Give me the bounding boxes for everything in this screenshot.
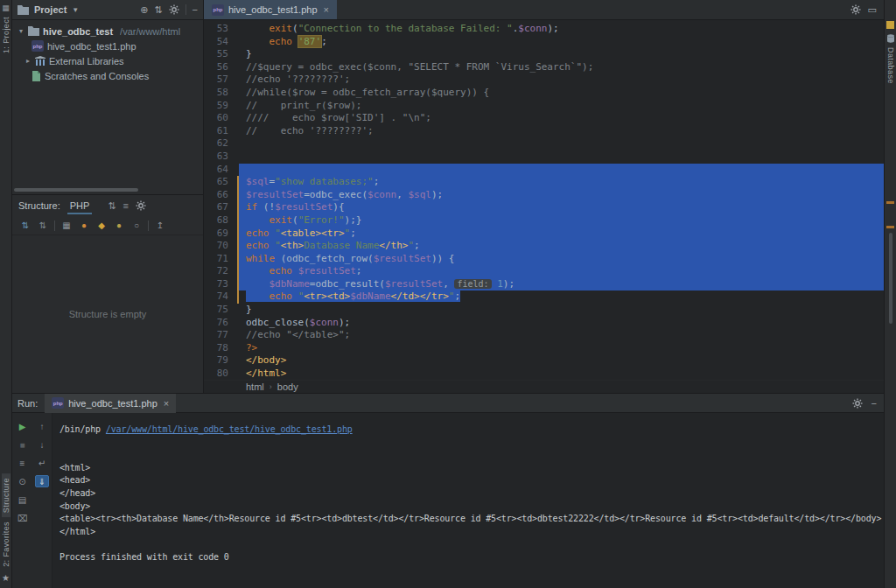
line-number: 56 (204, 61, 239, 74)
chevron-down-icon[interactable]: ▼ (72, 6, 79, 14)
code-line[interactable]: 54 echo '87'; (204, 36, 884, 49)
hide-tabs-icon[interactable]: ▭ (868, 4, 877, 16)
code-line[interactable]: 64 (204, 164, 884, 177)
content-row: ▾ hive_odbc_test /var/www/html hive_odbc… (12, 20, 884, 393)
code-line[interactable]: 80</html> (204, 368, 884, 380)
code-line[interactable]: 62 (204, 137, 884, 150)
code-line[interactable]: 73 $dbName=odbc_result($resultSet, field… (204, 278, 884, 291)
tree-row-file[interactable]: hive_odbc_test1.php (12, 38, 203, 53)
editor-code[interactable]: 53 exit("Connection to the database Fail… (204, 20, 884, 380)
vertical-scrollbar[interactable] (889, 233, 892, 324)
scroll-to-end-icon[interactable]: ⇓ (35, 475, 49, 487)
pin-tab-icon[interactable]: ⊙ (16, 475, 30, 487)
code-line[interactable]: 67if (!$resultSet){ (204, 201, 884, 214)
error-stripe-mark[interactable] (886, 226, 894, 228)
toolbar-divider (54, 220, 55, 231)
code-line[interactable]: 65$sql="show databases;"; (204, 176, 884, 189)
code-line[interactable]: 57//echo '????????'; (204, 74, 884, 87)
gear-icon[interactable] (852, 398, 863, 409)
line-number: 78 (204, 342, 239, 355)
tree-row-root[interactable]: ▾ hive_odbc_test /var/www/html (12, 24, 203, 38)
show-constants-icon[interactable]: ◆ (95, 220, 108, 230)
favorites-star-icon[interactable]: ★ (2, 573, 10, 583)
code-line[interactable]: 58//while($row = odbc_fetch_array($query… (204, 87, 884, 100)
show-fields-icon[interactable]: ● (113, 220, 125, 230)
tree-row-external-libraries[interactable]: ▸ External Libraries (12, 53, 203, 68)
sort-alpha-icon[interactable]: ⇅ (19, 220, 32, 230)
code-line[interactable]: 79</body> (204, 354, 884, 368)
database-stripe-button[interactable]: Database (886, 43, 895, 88)
down-stack-trace-icon[interactable]: ↓ (35, 438, 49, 451)
hide-panel-icon[interactable]: − (192, 4, 198, 15)
project-root-path: /var/www/html (120, 26, 180, 37)
horizontal-scrollbar[interactable] (14, 188, 138, 192)
restore-layout-icon[interactable]: ≡ (16, 457, 30, 469)
stop-icon[interactable]: ■ (16, 438, 30, 451)
chevron-collapsed-icon[interactable]: ▸ (24, 57, 32, 65)
code-line[interactable]: 69echo "<table><tr>"; (204, 228, 884, 241)
line-number: 65 (204, 176, 239, 189)
inspection-indicator-icon[interactable] (886, 21, 894, 29)
code-line[interactable]: 75} (204, 304, 884, 317)
code-line[interactable]: 78?> (204, 342, 884, 355)
code-line[interactable]: 70echo "<th>Database Name</th>"; (204, 240, 884, 253)
code-line[interactable]: 72 echo $resultSet; (204, 265, 884, 278)
tree-file-label: hive_odbc_test1.php (47, 41, 136, 52)
code-line[interactable]: 76odbc_close($conn); (204, 317, 884, 330)
show-methods-icon[interactable]: ● (78, 220, 90, 230)
project-stripe-button[interactable]: 1: Project (2, 12, 10, 58)
soft-wrap-icon[interactable]: ↵ (35, 457, 49, 469)
code-line[interactable]: 60//// echo $row['SID'] . "\n"; (204, 112, 884, 125)
close-tab-icon[interactable]: × (324, 4, 329, 15)
console-file-link[interactable]: /var/www/html/hive_odbc_test/hive_odbc_t… (106, 424, 353, 434)
run-output[interactable]: /bin/php /var/www/html/hive_odbc_test/hi… (52, 413, 884, 588)
chevron-expanded-icon[interactable]: ▾ (18, 27, 24, 35)
structure-tab-php[interactable]: PHP (67, 198, 93, 214)
up-stack-trace-icon[interactable]: ↑ (35, 420, 49, 432)
code-line[interactable]: 68 exit("Error!");} (204, 214, 884, 228)
group-members-icon[interactable]: ▦ (60, 220, 73, 230)
breadcrumb-item-body[interactable]: body (277, 382, 298, 392)
code-line[interactable]: 53 exit("Connection to the database Fail… (204, 23, 884, 36)
code-line[interactable]: 56//$query = odbc_exec($conn, "SELECT * … (204, 61, 884, 74)
breadcrumb-item-html[interactable]: html (246, 382, 264, 392)
code-line[interactable]: 55} (204, 48, 884, 61)
code-line[interactable]: 63 (204, 150, 884, 164)
code-line[interactable]: 77//echo "</table>"; (204, 329, 884, 342)
structure-stripe-button[interactable]: Structure (2, 473, 10, 517)
structure-empty-message: Structure is empty (69, 309, 147, 319)
rerun-icon[interactable]: ▶ (16, 420, 30, 432)
filter-icon[interactable]: ≡ (123, 200, 129, 211)
close-tab-icon[interactable]: × (164, 398, 169, 409)
autoscroll-icon[interactable]: ↥ (154, 220, 166, 230)
sort-icon[interactable]: ⇅ (108, 200, 116, 212)
sort-visibility-icon[interactable]: ⇅ (37, 220, 49, 230)
code-line[interactable]: 61// echo '????????'; (204, 125, 884, 138)
editor-tab[interactable]: hive_odbc_test1.php × (204, 0, 337, 19)
gear-icon[interactable] (169, 4, 179, 15)
project-panel-title[interactable]: Project (34, 4, 66, 15)
locate-file-icon[interactable]: ⊕ (140, 4, 148, 16)
tree-row-scratches[interactable]: Scratches and Consoles (12, 68, 203, 83)
tool-windows-icon[interactable]: ▦ (2, 4, 10, 12)
clear-all-icon[interactable]: ⌧ (16, 512, 30, 524)
code-line[interactable]: 74 echo "<tr><td>$dbName</td></tr>"; (204, 290, 884, 304)
line-number: 66 (204, 189, 239, 202)
collapse-all-icon[interactable]: ⇅ (154, 4, 162, 16)
hide-panel-icon[interactable]: − (872, 398, 877, 409)
run-tab[interactable]: hive_odbc_test1.php × (45, 394, 176, 413)
show-variables-icon[interactable]: ○ (130, 220, 143, 230)
gear-icon[interactable] (136, 200, 146, 211)
code-line[interactable]: 66$resultSet=odbc_exec($conn, $sql); (204, 189, 884, 202)
left-panel-column: ▾ hive_odbc_test /var/www/html hive_odbc… (12, 20, 204, 393)
breadcrumb: html › body (204, 380, 884, 393)
gear-icon[interactable] (850, 4, 861, 15)
line-number: 80 (204, 368, 239, 380)
code-line[interactable]: 71while (odbc_fetch_row($resultSet)) { (204, 253, 884, 266)
console-line: </head> (60, 487, 884, 500)
line-number: 71 (204, 253, 239, 266)
error-stripe-mark[interactable] (886, 201, 894, 204)
favorites-stripe-button[interactable]: 2: Favorites (2, 517, 10, 571)
print-icon[interactable]: ▤ (16, 494, 30, 506)
code-line[interactable]: 59// print_r($row); (204, 100, 884, 113)
